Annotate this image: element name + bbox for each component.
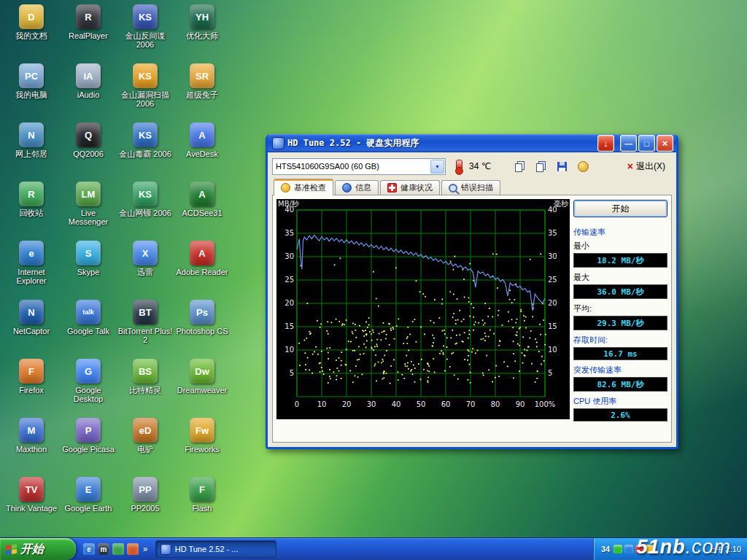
desktop-icon-my-documents[interactable]: D我的文档 [3, 1, 60, 61]
tab-info[interactable]: 信息 [335, 180, 379, 195]
start-button-taskbar[interactable]: 开始 [0, 538, 76, 560]
photoshop-icon: Ps [190, 300, 214, 324]
avg-transfer-value: 29.3 MB/秒 [573, 316, 667, 330]
desktop-icon-google-desktop[interactable]: GGoogle Desktop [60, 356, 117, 415]
desktop-icon-super-rabbit[interactable]: SR超级兔子 [174, 61, 231, 120]
tray-clock[interactable]: 上午 2:10 [708, 544, 741, 555]
desktop-icon-flash[interactable]: FFlash [174, 474, 231, 533]
desktop-icon-kingsoft-netguard[interactable]: KS金山网镖 2006 [117, 179, 174, 238]
svg-text:25: 25 [548, 276, 557, 284]
maximize-button[interactable]: □ [638, 135, 655, 152]
desktop-icon-adobe-reader[interactable]: AAdobe Reader [174, 238, 231, 297]
access-time-label: 存取时间: [573, 335, 667, 346]
max-transfer-value: 36.0 MB/秒 [573, 284, 667, 299]
desktop-icon-label: 优化大师 [186, 31, 218, 40]
desktop-icon-qq2006[interactable]: QQQ2006 [60, 120, 117, 179]
desktop-icon-bittorrent-plus[interactable]: BTBitTorrent Plus! 2 [117, 297, 174, 356]
desktop-icon-label: QQ2006 [73, 149, 104, 158]
copy-text-button[interactable] [510, 158, 529, 175]
quick-launch-4-icon[interactable] [127, 543, 139, 555]
max-label: 最大 [573, 272, 667, 283]
desktop-icon-google-picasa[interactable]: PGoogle Picasa [60, 415, 117, 474]
desktop-icon-youhua-dashi[interactable]: YH优化大师 [174, 1, 231, 61]
exit-button[interactable]: × 退出(X) [621, 158, 672, 174]
desktop-icon-label: Maxthon [16, 445, 47, 454]
quick-launch-bar: em» [76, 538, 154, 560]
desktop-icon-thunder[interactable]: X迅雷 [117, 238, 174, 297]
tray-icon-3[interactable] [635, 545, 644, 553]
exit-x-icon: × [627, 162, 633, 171]
desktop-icon-google-earth[interactable]: EGoogle Earth [60, 474, 117, 533]
tab-health[interactable]: 健康状况 [380, 180, 440, 195]
windows-flag-icon [6, 543, 17, 554]
svg-text:50: 50 [417, 400, 426, 408]
tab-bar: 基准检查信息健康状况错误扫描 [272, 179, 672, 195]
desktop-icon-fireworks[interactable]: FwFireworks [174, 415, 231, 474]
tray-icon-4[interactable] [646, 545, 655, 553]
info-icon [342, 183, 352, 192]
desktop-icon-think-vantage[interactable]: TVThink Vantage [3, 474, 60, 533]
desktop-icon-google-talk[interactable]: talkGoogle Talk [60, 297, 117, 356]
desktop-icon-avedesk[interactable]: AAveDesk [174, 120, 231, 179]
desktop-icon-internet-explorer[interactable]: eInternet Explorer [3, 238, 60, 297]
kingsoft-netguard-icon: KS [133, 182, 158, 206]
desktop-icon-edonkey[interactable]: eD电驴 [117, 415, 174, 474]
drive-select[interactable]: HTS541060G9SA00 (60 GB) ▼ [272, 158, 446, 175]
qq2006-icon: Q [76, 122, 101, 147]
copy-image-button[interactable] [531, 158, 550, 175]
desktop-icon-pp2005[interactable]: PPPP2005 [117, 474, 174, 533]
quick-launch-3-icon[interactable] [112, 543, 124, 555]
quick-launch-overflow-chevron[interactable]: » [143, 544, 148, 554]
desktop-icon-acdsee[interactable]: AACDSee31 [174, 179, 231, 238]
svg-text:5: 5 [290, 369, 294, 377]
tray-icon-1[interactable] [614, 545, 622, 553]
desktop-icon-kingsoft-scan[interactable]: KS金山漏洞扫描 2006 [117, 61, 174, 120]
desktop-icon-realplayer[interactable]: RRealPlayer [60, 1, 117, 61]
svg-text:30: 30 [548, 252, 557, 260]
hdtune-app-icon [272, 137, 285, 149]
quick-launch-1-icon[interactable]: e [83, 543, 95, 555]
tab-error-scan[interactable]: 错误扫描 [441, 180, 500, 195]
window-titlebar[interactable]: HD Tune 2.52 - 硬盘实用程序 ↓ — □ × [268, 134, 676, 152]
save-button[interactable] [552, 158, 571, 175]
benchmark-graph: 4040353530302525202015151010550102030405… [276, 199, 570, 419]
desktop-icon-bitspirit[interactable]: BS比特精灵 [117, 356, 174, 415]
desktop-icon-kingsoft-antispy[interactable]: KS金山反间谍 2006 [117, 1, 174, 61]
realplayer-icon: R [76, 4, 101, 29]
tray-icon-2[interactable] [624, 545, 633, 553]
desktop-icon-recycle-bin[interactable]: R回收站 [3, 179, 60, 238]
flash-icon: F [190, 477, 214, 502]
network-places-icon: N [19, 122, 44, 147]
start-button[interactable]: 开始 [573, 200, 667, 217]
tab-benchmark[interactable]: 基准检查 [274, 179, 333, 195]
close-button[interactable]: × [657, 135, 673, 152]
desktop-icon-label: PP2005 [131, 504, 159, 513]
desktop-icon-photoshop[interactable]: PsPhotoshop CS [174, 297, 231, 356]
desktop-icon-iaudio[interactable]: iAiAudio [60, 61, 117, 120]
taskbar-button-label: HD Tune 2.52 - ... [175, 545, 239, 553]
desktop-icon-kingsoft-duba[interactable]: KS金山毒霸 2006 [117, 120, 174, 179]
desktop-icon-maxthon[interactable]: MMaxthon [3, 415, 60, 474]
desktop-icon-netcaptor[interactable]: NNetCaptor [3, 297, 60, 356]
my-computer-icon: PC [19, 63, 44, 88]
svg-text:20: 20 [342, 400, 352, 408]
options-button[interactable] [573, 158, 592, 175]
chevron-down-icon[interactable]: ▼ [430, 160, 444, 174]
desktop-icon-my-computer[interactable]: PC我的电脑 [3, 61, 60, 120]
maxthon-icon: M [19, 418, 44, 443]
download-arrow-button[interactable]: ↓ [597, 135, 614, 152]
desktop-icon-network-places[interactable]: N网上邻居 [3, 120, 60, 179]
desktop-icon-dreamweaver[interactable]: DwDreamweaver [174, 356, 231, 415]
google-desktop-icon: G [76, 359, 101, 384]
live-messenger-icon: LM [76, 182, 101, 206]
svg-text:20: 20 [285, 299, 294, 307]
bittorrent-plus-icon: BT [133, 300, 158, 324]
desktop-icon-live-messenger[interactable]: LMLive Messenger [60, 179, 117, 238]
taskbar-button-hdtune[interactable]: HD Tune 2.52 - ... [155, 540, 276, 558]
pp2005-icon: PP [133, 477, 158, 502]
desktop-icon-skype[interactable]: SSkype [60, 238, 117, 297]
quick-launch-2-icon[interactable]: m [98, 543, 109, 555]
acdsee-icon: A [190, 182, 214, 206]
desktop-icon-firefox[interactable]: FFirefox [3, 356, 60, 415]
minimize-button[interactable]: — [620, 135, 637, 152]
